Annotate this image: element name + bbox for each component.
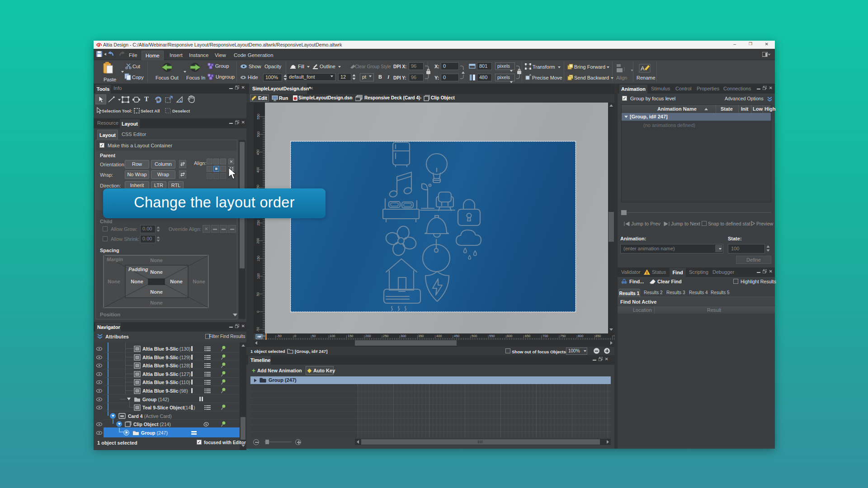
svg-text:150: 150 [256, 256, 260, 262]
svg-text:250: 250 [256, 220, 260, 226]
svg-text:850: 850 [595, 334, 601, 338]
svg-text:Margin: Margin [107, 257, 123, 262]
svg-text:650: 650 [525, 334, 531, 338]
svg-text:50: 50 [256, 292, 260, 296]
svg-text:None: None [108, 279, 120, 284]
svg-text:0: 0 [256, 311, 260, 313]
svg-text:550: 550 [489, 334, 495, 338]
svg-text:A: A [641, 65, 645, 72]
svg-text:-50: -50 [277, 334, 282, 338]
svg-text:450: 450 [256, 150, 260, 155]
svg-text:100: 100 [256, 273, 260, 279]
svg-text:400: 400 [256, 167, 260, 173]
svg-text:-50: -50 [256, 327, 260, 332]
svg-text:700: 700 [542, 334, 548, 338]
svg-text:Padding: Padding [128, 267, 148, 272]
svg-text:300: 300 [401, 334, 406, 338]
svg-text:900: 900 [613, 334, 614, 338]
svg-text:250: 250 [383, 334, 389, 338]
svg-text:None: None [150, 269, 163, 275]
svg-text:150: 150 [348, 334, 354, 338]
svg-text:350: 350 [418, 334, 424, 338]
svg-text:!: ! [646, 271, 648, 275]
svg-text:0: 0 [294, 334, 296, 338]
svg-text:200: 200 [365, 334, 371, 338]
svg-text:None: None [150, 258, 163, 263]
svg-text:600: 600 [507, 334, 513, 338]
svg-text:450: 450 [454, 334, 460, 338]
svg-text:None: None [150, 300, 163, 305]
svg-text:400: 400 [436, 334, 442, 338]
svg-text:None: None [131, 279, 143, 284]
svg-text:200: 200 [256, 238, 260, 244]
svg-text:None: None [150, 289, 163, 295]
svg-text:None: None [170, 279, 183, 284]
svg-text:100: 100 [330, 334, 335, 338]
svg-text:550: 550 [256, 114, 260, 120]
svg-text:500: 500 [256, 131, 260, 137]
svg-text:750: 750 [560, 334, 566, 338]
svg-text:50: 50 [312, 334, 316, 338]
svg-text:None: None [193, 279, 205, 284]
svg-text:800: 800 [578, 334, 584, 338]
svg-text:500: 500 [472, 334, 477, 338]
svg-text:-100: -100 [259, 334, 266, 338]
